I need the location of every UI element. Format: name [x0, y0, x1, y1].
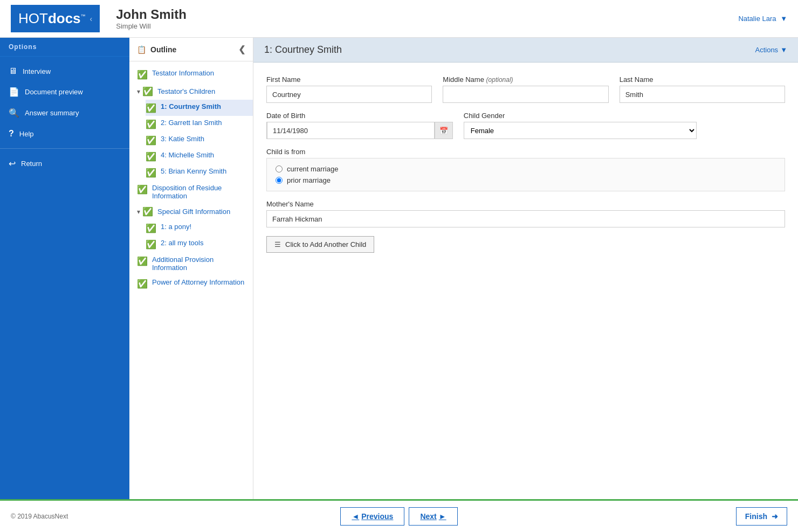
- outline-item-child-5[interactable]: ✅ 5: Brian Kenny Smith: [146, 164, 253, 181]
- dob-input[interactable]: [267, 122, 435, 139]
- outline-item-gift-1[interactable]: ✅ 1: a pony!: [146, 220, 253, 236]
- previous-label: Previous: [361, 512, 393, 521]
- outline-label-testator-info: Testator Information: [152, 69, 245, 77]
- outline-header: 📋 Outline ❮: [129, 38, 253, 61]
- last-name-input[interactable]: [620, 86, 785, 103]
- search-icon: 🔍: [9, 108, 19, 118]
- logo-docs: docs: [48, 10, 81, 26]
- outline-item-power-of-attorney[interactable]: ✅ Power of Attorney Information: [129, 275, 253, 292]
- mothers-name-group: Mother's Name: [266, 200, 785, 227]
- outline-collapse-button[interactable]: ❮: [238, 44, 245, 54]
- check-icon-gift-2: ✅: [146, 239, 156, 250]
- sidebar-interview-label: Interview: [23, 67, 51, 75]
- middle-name-input[interactable]: [443, 86, 608, 103]
- finish-icon: ➜: [772, 512, 778, 521]
- outline-label-child-1: 1: Courtney Smith: [161, 102, 245, 110]
- content-body: First Name Middle Name (optional) Last N…: [253, 63, 798, 499]
- sidebar-divider: [0, 148, 129, 149]
- outline-panel: 📋 Outline ❮ ✅ Testator Information ▾ ✅ T…: [129, 38, 253, 499]
- child-is-from-row: Child is from current marriage prior mar…: [266, 148, 785, 191]
- check-icon-power: ✅: [137, 279, 148, 289]
- spacer: [707, 112, 785, 139]
- document-icon: 📄: [9, 87, 19, 97]
- first-name-group: First Name: [266, 75, 432, 103]
- radio-current-marriage-input[interactable]: [276, 165, 283, 172]
- dob-gender-row: Date of Birth 📅 Child Gender Female Male: [266, 112, 785, 139]
- outline-label-gift-1: 1: a pony!: [161, 223, 245, 231]
- section-title: 1: Courtney Smith: [264, 44, 342, 56]
- user-name: Natalie Lara: [738, 15, 776, 23]
- outline-sub-children: ✅ 1: Courtney Smith ✅ 2: Garrett Ian Smi…: [129, 100, 253, 181]
- previous-button[interactable]: ◄ Previous: [340, 507, 404, 526]
- actions-button[interactable]: Actions ▼: [753, 46, 787, 54]
- outline-sub-gifts: ✅ 1: a pony! ✅ 2: all my tools: [129, 220, 253, 252]
- sidebar-return-label: Return: [21, 160, 42, 168]
- check-icon-children: ✅: [142, 86, 153, 96]
- monitor-icon: 🖥: [9, 66, 17, 76]
- sidebar-item-document-preview[interactable]: 📄 Document preview: [0, 81, 129, 102]
- add-another-child-button[interactable]: ☰ Click to Add Another Child: [266, 236, 374, 253]
- outline-group-testators-children: ▾ ✅ Testator's Children ✅ 1: Courtney Sm…: [129, 83, 253, 181]
- outline-label-gift-2: 2: all my tools: [161, 239, 245, 247]
- child-is-from-group: Child is from current marriage prior mar…: [266, 148, 785, 191]
- user-dropdown-arrow: ▼: [780, 15, 787, 23]
- sidebar-item-answer-summary[interactable]: 🔍 Answer summary: [0, 102, 129, 123]
- outline-item-child-3[interactable]: ✅ 3: Katie Smith: [146, 132, 253, 148]
- first-name-input[interactable]: [266, 86, 432, 103]
- outline-item-additional-provision[interactable]: ✅ Additional Provision Information: [129, 252, 253, 275]
- sidebar-document-preview-label: Document preview: [25, 88, 83, 96]
- logo-collapse-icon[interactable]: ‹: [90, 15, 93, 23]
- child-gender-group: Child Gender Female Male: [464, 112, 697, 139]
- finish-button[interactable]: Finish ➜: [736, 507, 787, 526]
- outline-label-special-gift: Special Gift Information: [157, 208, 230, 216]
- sidebar-item-interview[interactable]: 🖥 Interview: [0, 61, 129, 81]
- finish-label: Finish: [745, 512, 767, 521]
- check-icon-additional: ✅: [137, 256, 148, 266]
- actions-arrow: ▼: [780, 46, 787, 54]
- document-subtitle: Simple Will: [116, 22, 736, 30]
- radio-current-marriage: current marriage: [276, 165, 776, 173]
- child-gender-select[interactable]: Female Male: [464, 122, 697, 139]
- outline-item-child-4[interactable]: ✅ 4: Michelle Smith: [146, 148, 253, 164]
- outline-item-child-1[interactable]: ✅ 1: Courtney Smith: [146, 100, 253, 116]
- radio-group-box: current marriage prior marriage: [266, 158, 785, 191]
- outline-icon: 📋: [137, 45, 146, 54]
- check-icon-child-1: ✅: [146, 103, 156, 113]
- outline-label-child-4: 4: Michelle Smith: [161, 151, 245, 159]
- logo-text: HOTdocs™: [18, 10, 86, 27]
- outline-group-header-children[interactable]: ▾ ✅ Testator's Children: [129, 83, 253, 100]
- actions-label: Actions: [755, 46, 778, 54]
- check-icon-child-4: ✅: [146, 151, 156, 162]
- sidebar: Options 🖥 Interview 📄 Document preview 🔍…: [0, 38, 129, 499]
- outline-label-disposition: Disposition of Residue Information: [152, 184, 245, 200]
- dob-label: Date of Birth: [266, 112, 453, 120]
- outline-item-testator-info[interactable]: ✅ Testator Information: [129, 66, 253, 83]
- dob-group: Date of Birth 📅: [266, 112, 453, 139]
- app-wrapper: HOTdocs™ ‹ John Smith Simple Will Natali…: [0, 0, 798, 532]
- footer-navigation: ◄ Previous Next ►: [340, 507, 457, 526]
- next-label: Next: [420, 512, 436, 521]
- document-title: John Smith: [116, 7, 736, 22]
- radio-prior-marriage-input[interactable]: [276, 177, 283, 184]
- outline-item-gift-2[interactable]: ✅ 2: all my tools: [146, 236, 253, 252]
- mothers-name-label: Mother's Name: [266, 200, 785, 208]
- outline-label-testators-children: Testator's Children: [157, 87, 215, 95]
- outline-item-child-2[interactable]: ✅ 2: Garrett Ian Smith: [146, 116, 253, 132]
- user-menu[interactable]: Natalie Lara ▼: [736, 15, 787, 23]
- return-icon: ↩: [9, 158, 16, 169]
- mothers-name-input[interactable]: [266, 210, 785, 227]
- child-gender-label: Child Gender: [464, 112, 697, 120]
- outline-item-disposition[interactable]: ✅ Disposition of Residue Information: [129, 181, 253, 203]
- outline-group-header-gifts[interactable]: ▾ ✅ Special Gift Information: [129, 203, 253, 220]
- child-is-from-label: Child is from: [266, 148, 785, 156]
- sidebar-item-return[interactable]: ↩ Return: [0, 153, 129, 174]
- last-name-group: Last Name: [620, 75, 785, 103]
- content-header: 1: Courtney Smith Actions ▼: [253, 38, 798, 63]
- middle-name-label: Middle Name (optional): [443, 75, 608, 84]
- sidebar-help-label: Help: [19, 130, 34, 138]
- sidebar-item-help[interactable]: ? Help: [0, 123, 129, 144]
- calendar-button[interactable]: 📅: [435, 122, 452, 139]
- next-button[interactable]: Next ►: [409, 507, 457, 526]
- outline-label-child-2: 2: Garrett Ian Smith: [161, 119, 245, 127]
- outline-label-additional-provision: Additional Provision Information: [152, 255, 245, 272]
